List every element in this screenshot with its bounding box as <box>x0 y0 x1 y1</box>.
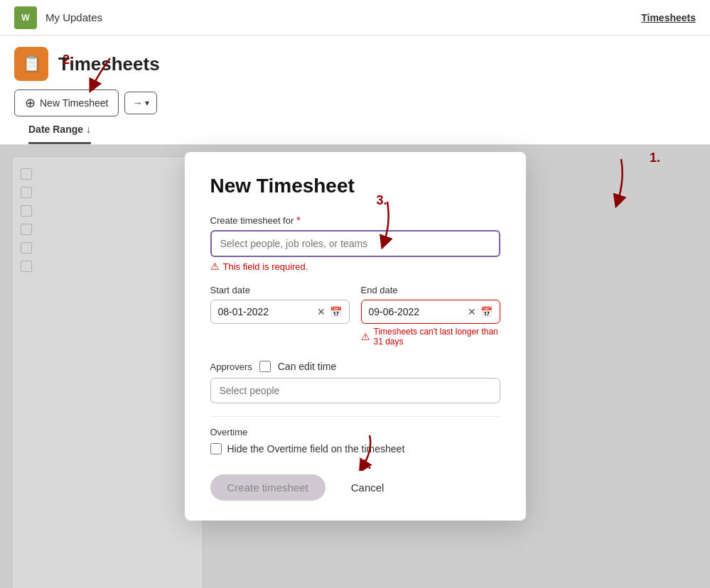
overtime-label: Overtime <box>210 427 500 437</box>
tabs-row: Date Range ↓ <box>14 116 696 144</box>
start-date-value: 08-01-2022 <box>218 306 313 317</box>
create-timesheet-button[interactable]: Create timesheet <box>210 474 326 501</box>
end-date-error-icon: ⚠ <box>361 331 370 342</box>
main-content: 1. 3. New Timesheet Create timesheet for… <box>0 145 710 588</box>
new-timesheet-modal: 3. New Timesheet Create timesheet for * … <box>185 152 526 521</box>
create-for-field: Create timesheet for * ⚠ This field is r… <box>210 214 500 272</box>
end-date-error: ⚠ Timesheets can't last longer than 31 d… <box>361 327 500 347</box>
page-actions: ⊕ New Timesheet → ▾ <box>14 89 696 116</box>
dates-row: Start date 08-01-2022 ✕ 📅 End date 09-06… <box>210 285 500 347</box>
start-date-field: Start date 08-01-2022 ✕ 📅 <box>210 285 350 347</box>
start-date-input-wrap[interactable]: 08-01-2022 ✕ 📅 <box>210 300 350 324</box>
end-date-input-wrap[interactable]: 09-06-2022 ✕ 📅 <box>361 300 500 324</box>
can-edit-checkbox[interactable] <box>259 361 271 372</box>
overtime-checkbox[interactable] <box>210 443 222 454</box>
create-for-label: Create timesheet for * <box>210 214 500 226</box>
end-date-calendar-button[interactable]: 📅 <box>480 306 493 317</box>
nav-timesheets[interactable]: Timesheets <box>641 12 696 23</box>
approvers-label: Approvers <box>210 361 252 372</box>
annotation-4-label: 4. <box>361 457 372 472</box>
modal-backdrop: 3. New Timesheet Create timesheet for * … <box>0 145 710 588</box>
overtime-section: Overtime Hide the Overtime field on the … <box>210 427 500 454</box>
page-header-top: 📋 Timesheets 2. <box>14 47 696 81</box>
required-star: * <box>296 214 300 226</box>
top-nav: W My Updates Timesheets <box>0 0 710 36</box>
start-date-calendar-button[interactable]: 📅 <box>330 306 342 317</box>
export-button[interactable]: → ▾ <box>124 92 157 114</box>
section-divider <box>210 416 500 417</box>
overtime-checkbox-label: Hide the Overtime field on the timesheet <box>227 443 405 454</box>
create-for-error: ⚠ This field is required. <box>210 261 500 272</box>
create-for-input[interactable] <box>210 230 500 257</box>
start-date-label: Start date <box>210 285 350 295</box>
modal-footer: 4. Create timesheet Cancel <box>210 474 500 501</box>
overtime-row: Hide the Overtime field on the timesheet <box>210 443 500 454</box>
page-header: 📋 Timesheets 2. ⊕ New Timesheet → ▾ Date… <box>0 36 710 145</box>
start-date-clear-button[interactable]: ✕ <box>317 306 326 317</box>
error-icon: ⚠ <box>210 261 220 272</box>
page-icon: 📋 <box>14 47 48 81</box>
page-title: Timesheets <box>58 53 160 75</box>
tab-date-range[interactable]: Date Range ↓ <box>28 116 91 144</box>
approvers-row: Approvers Can edit time <box>210 361 500 372</box>
end-date-field: End date 09-06-2022 ✕ 📅 ⚠ Timesheets can… <box>361 285 500 347</box>
end-date-value: 09-06-2022 <box>369 306 463 317</box>
end-date-label: End date <box>361 285 500 295</box>
modal-title: New Timesheet <box>210 175 500 197</box>
select-people-input[interactable] <box>210 378 500 403</box>
end-date-clear-button[interactable]: ✕ <box>468 306 476 317</box>
plus-icon: ⊕ <box>25 95 36 111</box>
chevron-down-icon: ▾ <box>145 98 149 108</box>
nav-title: My Updates <box>45 11 102 23</box>
new-timesheet-button[interactable]: ⊕ New Timesheet <box>14 89 119 116</box>
app-logo: W <box>14 6 37 29</box>
select-people-field <box>210 378 500 403</box>
cancel-button[interactable]: Cancel <box>337 474 399 501</box>
can-edit-label: Can edit time <box>278 361 336 372</box>
